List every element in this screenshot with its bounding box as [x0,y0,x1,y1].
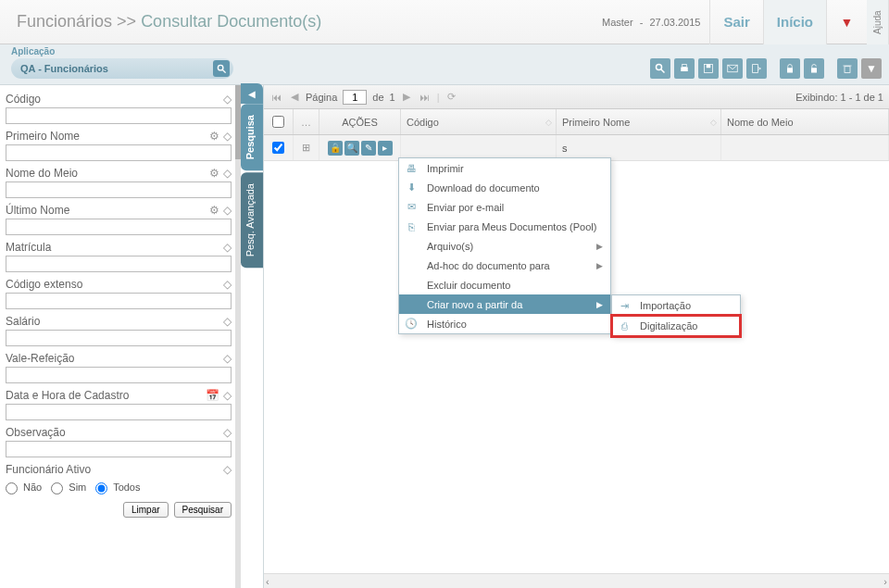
showing-label: Exibindo: 1 - 1 de 1 [795,92,883,103]
field-input[interactable] [6,330,232,346]
calendar-icon[interactable]: 📅 [206,389,219,402]
row-checkbox[interactable] [264,135,294,160]
ctx-history[interactable]: 🕓Histórico [399,314,610,333]
application-selector[interactable]: QA - Funcionários [11,58,233,79]
row-expand-icon[interactable]: ⊞ [294,135,319,160]
toolbar-delete-icon[interactable] [837,58,858,79]
scroll-right-icon[interactable]: › [883,576,887,587]
toolbar-export-icon[interactable] [746,58,767,79]
tag-icon[interactable]: ◇ [223,389,232,402]
toolbar-save-icon[interactable] [698,58,719,79]
ctx-email[interactable]: ✉Enviar por e-mail [399,197,610,217]
tag-icon[interactable]: ◇ [223,167,232,180]
field-input[interactable] [6,107,232,124]
first-page-icon[interactable]: ⏮ [269,92,283,103]
field-input[interactable] [6,144,232,161]
row-edit-icon[interactable]: ✎ [361,141,376,156]
page-of: de [372,92,383,103]
tag-icon[interactable]: ◇ [223,278,232,291]
ctx-files[interactable]: Arquivo(s)▶ [399,236,610,256]
submenu-scan[interactable]: ⎙Digitalização [612,316,740,336]
tag-icon[interactable]: ◇ [223,241,232,254]
last-page-icon[interactable]: ⏭ [418,92,432,103]
submenu-import[interactable]: ⇥Importação [612,295,740,316]
header-checkbox[interactable] [264,109,294,134]
gear-icon[interactable]: ⚙ [209,204,219,217]
toolbar-lock-icon[interactable] [780,58,800,79]
radio-no[interactable]: Não [6,482,42,494]
field-input[interactable] [6,367,232,383]
radio-yes[interactable]: Sim [51,482,86,494]
toolbar-print-icon[interactable] [674,58,695,79]
gear-icon[interactable]: ⚙ [209,130,219,143]
search-buttons: Limpar Pesquisar [6,502,232,518]
ctx-create-from[interactable]: Criar novo a partir da▶ [399,294,610,314]
row-nome-meio [721,135,889,160]
header-nome-meio[interactable]: Nome do Meio [721,109,889,134]
search-field: Data e Hora de Cadastro📅◇ [6,389,232,420]
field-input[interactable] [6,293,232,309]
current-date: 27.03.2015 [649,17,700,28]
field-label: Código [6,93,41,106]
search-panel: Código◇Primeiro Nome⚙◇Nome do Meio⚙◇Últi… [0,85,241,588]
search-field: Salário◇ [6,315,232,346]
search-icon[interactable] [213,60,230,77]
field-input[interactable] [6,441,232,457]
field-input[interactable] [6,181,232,198]
tag-icon[interactable]: ◇ [223,130,232,143]
search-button[interactable]: Pesquisar [174,502,232,518]
page-input[interactable] [343,90,367,105]
header-primeiro-nome[interactable]: Primeiro Nome◇ [557,109,721,134]
clear-button[interactable]: Limpar [123,502,169,518]
tag-icon[interactable]: ◇ [223,315,232,328]
field-input[interactable] [6,256,232,272]
field-label: Vale-Refeição [6,352,74,365]
tag-icon[interactable]: ◇ [223,352,232,365]
radio-all[interactable]: Todos [95,482,140,494]
refresh-icon[interactable]: ⟳ [445,91,457,103]
toolbar-unlock-icon[interactable] [804,58,824,79]
tag-icon[interactable]: ◇ [223,426,232,439]
tab-search[interactable]: Pesquisa [241,104,263,170]
tag-icon[interactable]: ◇ [223,463,232,476]
side-tab-handle-icon[interactable]: ◀ [241,83,263,104]
ctx-adhoc[interactable]: Ad-hoc do documento para▶ [399,256,610,275]
home-button[interactable]: Início [763,0,826,44]
tab-advanced-search[interactable]: Pesq. Avançada [241,172,263,268]
ctx-pool[interactable]: ⎘Enviar para Meus Documentos (Pool) [399,217,610,236]
field-label: Código extenso [6,278,82,291]
field-input[interactable] [6,219,232,235]
row-lock-icon[interactable]: 🔒 [328,141,343,156]
gear-icon[interactable]: ⚙ [209,167,219,180]
search-field: Código extenso◇ [6,278,232,309]
ctx-download[interactable]: ⬇Download do documento [399,178,610,197]
scroll-left-icon[interactable]: ‹ [266,576,269,587]
horizontal-scrollbar[interactable]: ‹ › [264,573,889,588]
field-label: Data e Hora de Cadastro [6,389,129,402]
sort-icon[interactable]: ◇ [710,118,717,127]
svg-point-2 [657,65,662,70]
ctx-delete[interactable]: Excluir documento [399,275,610,294]
sort-icon[interactable]: ◇ [545,118,552,127]
toolbar-actions: ▼ [650,58,882,79]
next-page-icon[interactable]: ▶ [401,91,412,103]
svg-rect-5 [682,65,687,68]
tag-icon[interactable]: ◇ [223,204,232,217]
field-input[interactable] [6,404,232,420]
toolbar-more-icon[interactable]: ▼ [861,58,882,79]
toolbar-search-icon[interactable] [650,58,670,79]
toolbar-email-icon[interactable] [722,58,743,79]
ctx-print[interactable]: 🖶Imprimir [399,158,610,178]
row-codigo [401,135,557,160]
help-tab[interactable]: Ajuda [867,0,889,44]
svg-rect-10 [811,68,817,72]
exit-button[interactable]: Sair [709,0,762,44]
row-menu-icon[interactable]: ▸ [378,141,393,156]
prev-page-icon[interactable]: ◀ [289,91,300,103]
header-dropdown[interactable]: ▼ [826,0,867,44]
date-sep: - [640,17,644,28]
header-codigo[interactable]: Código◇ [401,109,557,134]
row-view-icon[interactable]: 🔍 [344,141,359,156]
search-field: Matrícula◇ [6,241,232,272]
tag-icon[interactable]: ◇ [223,93,232,106]
